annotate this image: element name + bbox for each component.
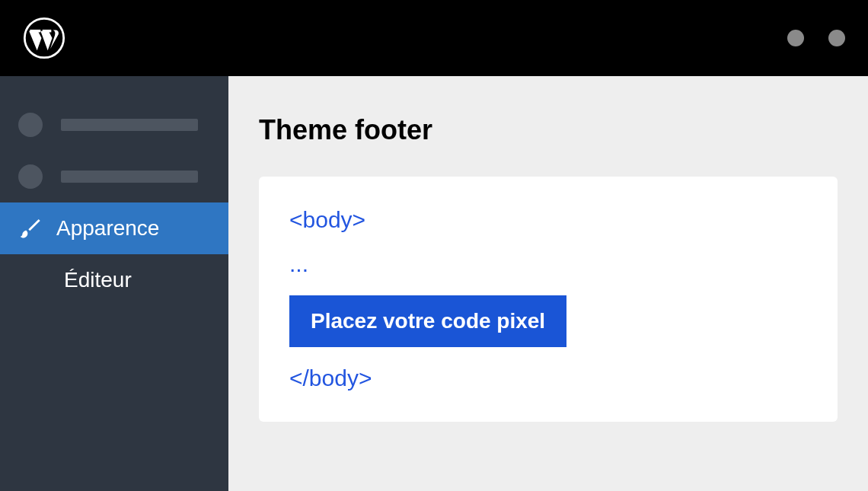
placeholder-text <box>61 119 198 131</box>
topbar-action-placeholder[interactable] <box>828 30 845 46</box>
paintbrush-icon <box>18 216 43 241</box>
sidebar-placeholder-item <box>0 99 228 151</box>
sidebar-item-appearance[interactable]: Apparence <box>0 202 228 254</box>
placeholder-icon <box>18 113 43 137</box>
placeholder-icon <box>18 164 43 189</box>
sidebar: Apparence Éditeur <box>0 76 228 491</box>
code-editor-panel[interactable]: <body> ... Placez votre code pixel </bod… <box>259 177 838 422</box>
main: Apparence Éditeur Theme footer <body> ..… <box>0 76 868 491</box>
wordpress-logo-icon[interactable] <box>23 17 65 59</box>
topbar-actions <box>787 30 845 46</box>
topbar-action-placeholder[interactable] <box>787 30 804 46</box>
code-line-close: </body> <box>289 365 807 391</box>
sidebar-item-editor[interactable]: Éditeur <box>0 254 228 306</box>
topbar <box>0 0 868 76</box>
code-line-open: <body> <box>289 207 807 233</box>
content-area: Theme footer <body> ... Placez votre cod… <box>228 76 868 491</box>
code-line-ellipsis: ... <box>289 251 807 277</box>
sidebar-item-label: Apparence <box>56 216 159 241</box>
page-title: Theme footer <box>259 114 838 146</box>
sidebar-item-label: Éditeur <box>64 268 132 292</box>
sidebar-placeholder-item <box>0 151 228 202</box>
pixel-code-highlight: Placez votre code pixel <box>289 295 566 347</box>
placeholder-text <box>61 171 198 183</box>
